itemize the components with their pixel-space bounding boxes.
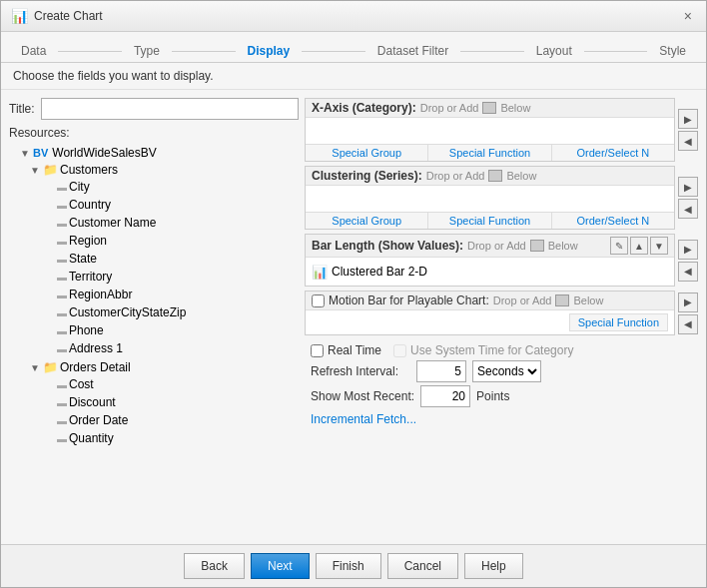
bar-length-add-btn[interactable]: ▶ [678,240,698,260]
expand-customers[interactable]: ▼ [29,165,41,176]
tab-separator-5 [584,51,648,52]
bar-length-drop-area[interactable]: 📊 Clustered Bar 2-D [306,258,674,286]
tab-display[interactable]: Display [240,40,299,62]
motion-special-function-btn[interactable]: Special Function [569,313,668,331]
motion-drop-area[interactable]: Special Function [306,310,674,334]
tab-separator-2 [172,51,236,52]
xaxis-header: X-Axis (Category): Drop or Add Below [306,99,674,118]
xaxis-remove-btn[interactable]: ◀ [678,131,698,151]
points-label: Points [476,389,509,403]
tree-node-phone: ▬ Phone [9,321,299,339]
tree-row-orders-detail[interactable]: ▼ 📁 Orders Detail [9,359,299,375]
tree-row-orderdate[interactable]: ▬ Order Date [9,412,299,428]
tree-node-quantity: ▬ Quantity [9,429,299,447]
tree-label-region: Region [69,234,107,248]
tab-separator-4 [460,51,524,52]
tree-label-customers: Customers [60,163,118,177]
tree-row-country[interactable]: ▬ Country [9,197,299,213]
tree-row-city[interactable]: ▬ City [9,179,299,195]
bottom-bar: Back Next Finish Cancel Help [1,544,706,587]
motion-remove-btn[interactable]: ◀ [678,314,698,334]
clustering-hint2: Below [506,170,536,182]
xaxis-special-group-btn[interactable]: Special Group [306,145,428,161]
clustering-section: Clustering (Series): Drop or Add Below S… [305,166,675,230]
motion-checkbox-label: Motion Bar for Playable Chart: [329,294,489,307]
bar-length-down-btn[interactable]: ▼ [650,237,668,255]
clustering-special-group-btn[interactable]: Special Group [306,213,428,229]
back-button[interactable]: Back [184,553,245,579]
xaxis-special-function-btn[interactable]: Special Function [428,145,551,161]
tree-node-region: ▬ Region [9,232,299,250]
motion-header: Motion Bar for Playable Chart: Drop or A… [306,292,674,310]
bar-length-label: Bar Length (Show Values): [312,239,463,253]
bar-length-up-btn[interactable]: ▲ [630,237,648,255]
clustering-order-select-btn[interactable]: Order/Select N [552,213,674,229]
refresh-interval-label: Refresh Interval: [311,364,410,378]
motion-add-btn[interactable]: ▶ [678,293,698,312]
cancel-button[interactable]: Cancel [387,553,458,579]
tab-separator-1 [58,51,122,52]
realtime-checkbox-label: Real Time [311,343,381,357]
tree-row-state[interactable]: ▬ State [9,251,299,267]
main-content: Title: Resources: ▼ BV WorldWideSalesBV [1,90,706,544]
tab-style[interactable]: Style [651,40,694,62]
clustering-remove-btn[interactable]: ◀ [678,199,698,219]
tab-type[interactable]: Type [126,40,168,62]
xaxis-order-select-btn[interactable]: Order/Select N [552,145,674,161]
tree-row-region[interactable]: ▬ Region [9,233,299,249]
tree-row-quantity[interactable]: ▬ Quantity [9,430,299,446]
tree-label-bv: WorldWideSalesBV [52,146,156,160]
show-most-recent-row: Show Most Recent: Points [311,385,692,407]
motion-section: Motion Bar for Playable Chart: Drop or A… [305,291,675,335]
tree-node-territory: ▬ Territory [9,268,299,286]
city-field-icon: ▬ [57,182,67,193]
show-most-recent-input[interactable] [420,385,470,407]
tree-label-country: Country [69,198,111,212]
title-input[interactable] [41,98,299,120]
tree-label-discount: Discount [69,395,116,409]
use-system-time-text: Use System Time for Category [410,343,573,357]
tree-row-phone[interactable]: ▬ Phone [9,322,299,338]
clustering-header: Clustering (Series): Drop or Add Below [306,167,674,186]
clustering-add-btn[interactable]: ▶ [678,177,698,197]
help-button[interactable]: Help [464,553,523,579]
clustering-drop-area[interactable] [306,186,674,212]
tree-label-ccsz: CustomerCityStateZip [69,305,186,319]
bar-length-remove-btn[interactable]: ◀ [678,262,698,282]
tree-row-customers[interactable]: ▼ 📁 Customers [9,162,299,178]
tree-node-orders-detail: ▼ 📁 Orders Detail ▬ Cost [9,358,299,448]
xaxis-add-btn[interactable]: ▶ [678,109,698,129]
subtitle: Choose the fields you want to display. [1,63,706,90]
motion-checkbox[interactable] [312,294,325,307]
incremental-fetch-btn[interactable]: Incremental Fetch... [311,410,416,428]
xaxis-drop-area[interactable] [306,118,674,144]
realtime-checkbox[interactable] [311,344,324,357]
xaxis-hint: Drop or Add [420,102,479,114]
tab-dataset-filter[interactable]: Dataset Filter [369,40,456,62]
tree-row-discount[interactable]: ▬ Discount [9,394,299,410]
tab-layout[interactable]: Layout [528,40,580,62]
next-button[interactable]: Next [251,553,310,579]
tree-row-address1[interactable]: ▬ Address 1 [9,340,299,356]
expand-orders-detail[interactable]: ▼ [29,362,41,373]
tree-row-customername[interactable]: ▬ Customer Name [9,215,299,231]
right-panel: X-Axis (Category): Drop or Add Below Spe… [305,98,698,536]
xaxis-arrows: ▶ ◀ [678,98,698,162]
tree-node-cost: ▬ Cost [9,375,299,393]
clustering-special-function-btn[interactable]: Special Function [428,213,551,229]
close-button[interactable]: × [680,7,696,25]
use-system-time-label: Use System Time for Category [393,343,573,357]
tree-row-cost[interactable]: ▬ Cost [9,376,299,392]
seconds-select[interactable]: Seconds [472,360,541,382]
use-system-time-checkbox[interactable] [393,344,406,357]
tree-row-ccsz[interactable]: ▬ CustomerCityStateZip [9,304,299,320]
tree-row-bv[interactable]: ▼ BV WorldWideSalesBV [9,145,299,161]
expand-bv[interactable]: ▼ [19,148,31,159]
tab-data[interactable]: Data [13,40,54,62]
tree-row-regionabbr[interactable]: ▬ RegionAbbr [9,287,299,302]
finish-button[interactable]: Finish [316,553,381,579]
bar-length-edit-btn[interactable]: ✎ [610,237,628,255]
tree-row-territory[interactable]: ▬ Territory [9,269,299,285]
tree-label-city: City [69,180,90,194]
refresh-interval-input[interactable] [416,360,466,382]
